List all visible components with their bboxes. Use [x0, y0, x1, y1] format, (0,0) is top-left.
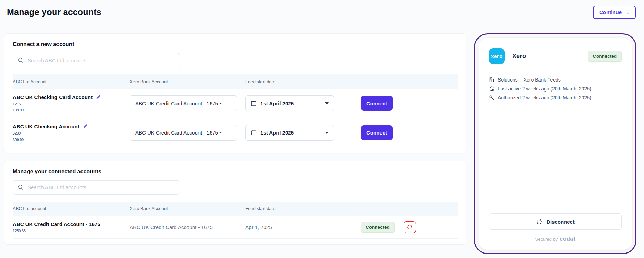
chevron-down-icon [219, 103, 222, 104]
status-badge: Connected [361, 222, 395, 233]
detail-text: Last active 2 weeks ago (20th March, 202… [498, 86, 591, 92]
col-feed-start-date: Feed start date [245, 79, 361, 84]
manage-search-box [13, 180, 180, 195]
detail-solutions: Solutions -- Xero Bank Feeds [489, 77, 622, 83]
account-name: ABC UK Credit Card Account - 1675 [13, 221, 100, 227]
manage-table-header: ABC Ltd account Xero Bank Account Feed s… [13, 202, 458, 216]
account-balance: £99.99 [13, 137, 130, 142]
selected-bank-account: ABC UK Credit Card Account - 1675 [135, 130, 218, 136]
spacer [489, 104, 622, 213]
account-cell: ABC UK Checking Card Account 1215 £99.99 [13, 94, 130, 112]
broken-link-icon [407, 224, 413, 230]
manage-search-input[interactable] [28, 184, 175, 190]
col-xero-bank-account: Xero Bank Account [130, 79, 245, 84]
continue-label: Continue [599, 9, 622, 15]
calendar-icon [251, 100, 257, 106]
xero-logo: xero [489, 48, 505, 64]
manage-section-heading: Manage your connected accounts [13, 169, 458, 175]
detail-text: Authorized 2 weeks ago (20th March, 2025… [498, 95, 591, 100]
bank-account-cell: ABC UK Credit Card Account - 1675 [130, 95, 245, 111]
connected-accounts-table: ABC Ltd account Xero Bank Account Feed s… [13, 202, 458, 239]
edit-account-name-button[interactable] [82, 123, 88, 129]
table-row: ABC UK Checking Account 3239 £99.99 ABC … [13, 118, 458, 147]
action-cell: Connect [361, 125, 458, 140]
connect-search-input[interactable] [28, 57, 175, 63]
xero-bank-account-select[interactable]: ABC UK Credit Card Account - 1675 [130, 95, 237, 111]
account-code: 3239 [13, 131, 130, 136]
manage-connected-accounts-section: Manage your connected accounts ABC Ltd a… [4, 161, 466, 245]
integration-panel: xero Xero Connected Solutions -- Xero Ba… [474, 33, 636, 254]
connect-accounts-table: ABC Ltd Account Xero Bank Account Feed s… [13, 74, 458, 147]
disconnect-button[interactable]: Disconnect [489, 213, 622, 230]
pencil-icon [83, 124, 88, 129]
feed-date-cell: 1st April 2025 [245, 125, 361, 141]
connect-button[interactable]: Connect [361, 125, 393, 140]
disconnect-account-button[interactable] [404, 221, 416, 233]
key-icon [489, 95, 494, 100]
connect-new-account-section: Connect a new account ABC Ltd Account Xe… [4, 33, 466, 153]
table-row: ABC UK Checking Card Account 1215 £99.99… [13, 89, 458, 118]
feed-start-date-value: Apr 1, 2025 [245, 224, 361, 230]
connect-button[interactable]: Connect [361, 96, 393, 111]
xero-logo-text: xero [491, 53, 503, 59]
col-abc-ltd-account: ABC Ltd Account [13, 79, 130, 84]
left-column: Connect a new account ABC Ltd Account Xe… [4, 33, 466, 245]
feed-start-date-picker[interactable]: 1st April 2025 [245, 95, 334, 111]
connect-section-heading: Connect a new account [13, 41, 458, 47]
feed-start-date-picker[interactable]: 1st April 2025 [245, 125, 334, 141]
selected-bank-account: ABC UK Credit Card Account - 1675 [135, 100, 218, 106]
page-title: Manage your accounts [7, 7, 101, 17]
calendar-icon [251, 130, 257, 136]
col-feed-start-date: Feed start date [245, 206, 361, 211]
status-badge: Connected [588, 51, 622, 62]
detail-last-active: Last active 2 weeks ago (20th March, 202… [489, 86, 622, 92]
action-cell: Connect [361, 96, 458, 111]
bank-account-value: ABC UK Credit Card Account - 1675 [130, 224, 245, 230]
continue-button[interactable]: Continue → [593, 6, 636, 19]
refresh-icon [489, 86, 494, 92]
detail-authorized: Authorized 2 weeks ago (20th March, 2025… [489, 95, 622, 100]
account-cell: ABC UK Checking Account 3239 £99.99 [13, 123, 130, 142]
integration-header: xero Xero Connected [489, 48, 622, 64]
broken-link-icon [536, 218, 543, 225]
account-cell: ABC UK Credit Card Account - 1675 £250.3… [13, 221, 130, 233]
integration-card: xero Xero Connected Solutions -- Xero Ba… [478, 37, 632, 250]
pencil-icon [96, 95, 101, 99]
bank-account-cell: ABC UK Credit Card Account - 1675 [130, 125, 245, 141]
codat-logo: codat [560, 236, 576, 242]
search-icon [18, 184, 24, 190]
arrow-right-icon: → [624, 9, 630, 15]
xero-bank-account-select[interactable]: ABC UK Credit Card Account - 1675 [130, 125, 237, 141]
search-icon [18, 57, 24, 63]
building-icon [489, 77, 494, 83]
secured-by: Secured by codat [489, 236, 622, 242]
connect-search-box [13, 53, 180, 67]
account-code: 1215 [13, 101, 130, 106]
connect-table-header: ABC Ltd Account Xero Bank Account Feed s… [13, 74, 458, 89]
account-name: ABC UK Checking Account [13, 123, 79, 129]
integration-name: Xero [512, 53, 526, 60]
chevron-down-icon [325, 132, 329, 134]
main-content: Connect a new account ABC Ltd Account Xe… [0, 33, 644, 254]
col-xero-bank-account: Xero Bank Account [130, 206, 245, 211]
detail-text: Solutions -- Xero Bank Feeds [498, 77, 561, 83]
col-abc-ltd-account: ABC Ltd account [13, 206, 130, 211]
account-name: ABC UK Checking Card Account [13, 94, 93, 100]
edit-account-name-button[interactable] [95, 94, 101, 100]
top-bar: Manage your accounts Continue → [0, 0, 644, 19]
table-row: ABC UK Credit Card Account - 1675 £250.3… [13, 216, 458, 239]
feed-date-cell: 1st April 2025 [245, 95, 361, 111]
action-cell: Connected [361, 221, 458, 233]
feed-start-date-value: 1st April 2025 [260, 130, 294, 136]
chevron-down-icon [219, 132, 222, 133]
secured-by-label: Secured by [535, 237, 558, 242]
account-balance: £250.33 [13, 228, 130, 233]
chevron-down-icon [325, 102, 329, 104]
account-balance: £99.99 [13, 108, 130, 112]
integration-details: Solutions -- Xero Bank Feeds Last active… [489, 77, 622, 104]
feed-start-date-value: 1st April 2025 [260, 100, 294, 106]
disconnect-label: Disconnect [547, 219, 575, 225]
